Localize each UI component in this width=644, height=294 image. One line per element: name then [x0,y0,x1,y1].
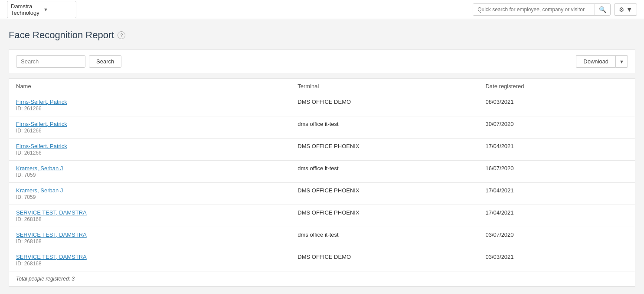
table-row: SERVICE TEST, DAMSTRAID: 268168DMS OFFIC… [9,205,635,227]
download-button[interactable]: Download [576,55,615,68]
person-name-link[interactable]: Firns-Seifert, Patrick [16,99,284,105]
search-button[interactable]: Search [89,55,121,68]
person-id: ID: 261266 [16,128,42,134]
date-cell: 30/07/2020 [478,116,635,139]
person-id: ID: 261266 [16,106,42,112]
terminal-cell: DMS OFFICE DEMO [291,94,478,116]
terminal-cell: dms office it-test [291,161,478,183]
table-row: Firns-Seifert, PatrickID: 261266DMS OFFI… [9,139,635,161]
global-search-box: 🔍 [473,3,611,16]
company-selector[interactable]: Damstra Technology ▼ [7,1,76,18]
filter-left: Search [16,55,121,68]
terminal-cell: DMS OFFICE PHOENIX [291,205,478,227]
table-row: SERVICE TEST, DAMSTRAID: 268168DMS OFFIC… [9,249,635,271]
filter-row: Search Download ▼ [9,50,635,73]
person-name-link[interactable]: Kramers, Serban J [16,187,284,194]
gear-chevron-icon: ▼ [626,6,632,13]
download-chevron-button[interactable]: ▼ [615,55,628,68]
table-row: Firns-Seifert, PatrickID: 261266DMS OFFI… [9,94,635,116]
gear-icon: ⚙ [619,6,624,13]
table-row: Firns-Seifert, PatrickID: 261266dms offi… [9,116,635,139]
table-row: Kramers, Serban JID: 7059dms office it-t… [9,161,635,183]
person-name-link[interactable]: SERVICE TEST, DAMSTRA [16,231,284,238]
company-name: Damstra Technology [11,3,40,16]
search-input[interactable] [16,55,85,68]
person-id: ID: 268168 [16,216,42,222]
person-id: ID: 7059 [16,194,36,200]
terminal-cell: dms office it-test [291,116,478,139]
person-id: ID: 268168 [16,261,42,267]
person-name-link[interactable]: Firns-Seifert, Patrick [16,143,284,149]
table-footer-row: Total people registered: 3 [9,271,635,287]
col-header-terminal: Terminal [291,79,478,94]
date-cell: 03/03/2021 [478,249,635,271]
table-row: SERVICE TEST, DAMSTRAID: 268168dms offic… [9,227,635,249]
download-btn-wrap: Download ▼ [576,55,628,68]
col-header-name: Name [9,79,291,94]
chevron-down-icon: ▼ [43,7,72,12]
table-header-row: Name Terminal Date registered [9,79,635,94]
terminal-cell: dms office it-test [291,227,478,249]
date-cell: 16/07/2020 [478,161,635,183]
person-name-link[interactable]: Firns-Seifert, Patrick [16,121,284,127]
date-cell: 17/04/2021 [478,205,635,227]
date-cell: 08/03/2021 [478,94,635,116]
table-row: Kramers, Serban JID: 7059DMS OFFICE PHOE… [9,183,635,205]
terminal-cell: DMS OFFICE PHOENIX [291,183,478,205]
terminal-cell: DMS OFFICE DEMO [291,249,478,271]
help-icon[interactable]: ? [118,31,125,39]
person-id: ID: 268168 [16,238,42,244]
person-name-link[interactable]: SERVICE TEST, DAMSTRA [16,254,284,260]
date-cell: 03/07/2020 [478,227,635,249]
nav-right: 🔍 ⚙ ▼ [473,3,637,16]
terminal-cell: DMS OFFICE PHOENIX [291,139,478,161]
person-name-link[interactable]: Kramers, Serban J [16,165,284,172]
top-nav: Damstra Technology ▼ 🔍 ⚙ ▼ [0,0,644,19]
date-cell: 17/04/2021 [478,183,635,205]
page-title: Face Recognition Report [9,30,114,41]
global-search-button[interactable]: 🔍 [595,4,610,15]
global-search-input[interactable] [473,4,595,15]
date-cell: 17/04/2021 [478,139,635,161]
report-table: Name Terminal Date registered Firns-Seif… [9,78,635,287]
page-content: Face Recognition Report ? Search Downloa… [0,19,644,294]
person-name-link[interactable]: SERVICE TEST, DAMSTRA [16,209,284,216]
page-title-row: Face Recognition Report ? [9,30,635,41]
total-registered: Total people registered: 3 [9,271,635,287]
settings-button[interactable]: ⚙ ▼ [614,3,637,16]
col-header-date: Date registered [478,79,635,94]
person-id: ID: 7059 [16,172,36,178]
person-id: ID: 261266 [16,150,42,156]
